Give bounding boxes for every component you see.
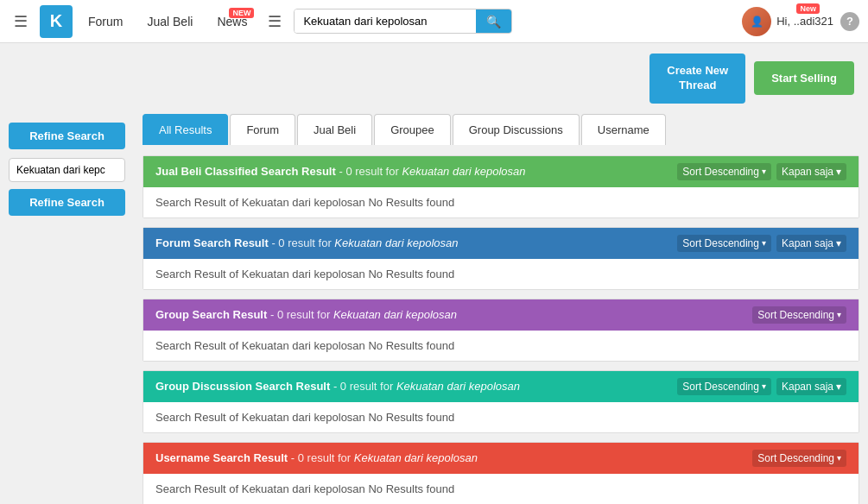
sort-dropdown-group-discussion[interactable]: Sort Descending ▾ (677, 378, 771, 395)
result-header-username: Username Search Result - 0 result for Ke… (143, 443, 858, 474)
result-query-forum: Kekuatan dari kepolosan (334, 236, 458, 249)
result-section-group: Group Search Result - 0 result for Kekua… (143, 299, 859, 362)
start-selling-button[interactable]: Start Selling (754, 61, 854, 95)
tab-groupee[interactable]: Groupee (374, 114, 451, 145)
result-header-right-username: Sort Descending ▾ (752, 450, 846, 467)
nav-forum[interactable]: Forum (79, 15, 131, 28)
result-header-forum: Forum Search Result - 0 result for Kekua… (143, 228, 858, 259)
news-badge: NEW (229, 8, 254, 18)
nav-jual-beli[interactable]: Jual Beli (138, 15, 201, 28)
kapan-dropdown-group-discussion[interactable]: Kapan saja ▾ (776, 378, 846, 395)
result-section-username: Username Search Result - 0 result for Ke… (143, 442, 859, 504)
menu-icon[interactable]: ☰ (263, 9, 287, 35)
search-bar: 🔍 (294, 9, 511, 34)
result-title-forum: Forum Search Result - 0 result for Kekua… (155, 236, 458, 249)
sort-dropdown-forum[interactable]: Sort Descending ▾ (677, 235, 771, 252)
sidebar: Refine Search Refine Search (0, 114, 134, 504)
refine-search-bottom-button[interactable]: Refine Search (9, 189, 125, 216)
hamburger-icon[interactable]: ☰ (9, 9, 33, 35)
result-query-username: Kekuatan dari kepolosan (354, 451, 478, 464)
result-title-text-username: Username Search Result (155, 451, 288, 464)
tab-jual-beli[interactable]: Jual Beli (297, 114, 372, 145)
result-header-right-group: Sort Descending ▾ (752, 306, 846, 324)
kapan-dropdown-forum[interactable]: Kapan saja ▾ (776, 235, 846, 252)
tabs: All Results Forum Jual Beli Groupee Grou… (143, 114, 859, 145)
result-count-jual-beli: - 0 result for (339, 165, 402, 178)
action-bar: Create NewThread Start Selling (0, 43, 868, 114)
user-greeting: Hi, ..adi321 (776, 15, 833, 28)
tab-all-results[interactable]: All Results (143, 114, 228, 145)
results-container: Jual Beli Classified Search Result - 0 r… (143, 155, 859, 504)
sort-dropdown-username[interactable]: Sort Descending ▾ (752, 450, 846, 467)
result-title-group-discussion: Group Discussion Search Result - 0 resul… (155, 380, 520, 393)
result-body-group-discussion: Search Result of Kekuatan dari kepolosan… (143, 402, 858, 432)
result-count-group-discussion: - 0 result for (333, 380, 396, 393)
result-count-group: - 0 result for (270, 308, 333, 321)
tab-group-discussions[interactable]: Group Discussions (453, 114, 580, 145)
result-query-group: Kekuatan dari kepolosan (333, 308, 457, 321)
nav-news[interactable]: NEW News (208, 15, 256, 28)
result-section-forum: Forum Search Result - 0 result for Kekua… (143, 227, 859, 290)
help-button[interactable]: ? (840, 12, 859, 31)
result-title-text-forum: Forum Search Result (155, 236, 269, 249)
kapan-dropdown-jual-beli[interactable]: Kapan saja ▾ (776, 163, 846, 180)
result-count-username: - 0 result for (291, 451, 354, 464)
content: All Results Forum Jual Beli Groupee Grou… (134, 114, 868, 504)
result-header-jual-beli: Jual Beli Classified Search Result - 0 r… (143, 156, 858, 187)
user-new-badge: New (796, 3, 820, 14)
result-body-username: Search Result of Kekuatan dari kepolosan… (143, 474, 858, 504)
result-section-group-discussion: Group Discussion Search Result - 0 resul… (143, 370, 859, 433)
result-body-group: Search Result of Kekuatan dari kepolosan… (143, 331, 858, 361)
result-query-jual-beli: Kekuatan dari kepolosan (402, 165, 525, 178)
sort-dropdown-jual-beli[interactable]: Sort Descending ▾ (677, 163, 771, 180)
tab-username[interactable]: Username (581, 114, 666, 145)
sidebar-search-input[interactable] (9, 158, 125, 182)
user-menu[interactable]: 👤 New Hi, ..adi321 (742, 7, 833, 36)
result-title-username: Username Search Result - 0 result for Ke… (155, 451, 478, 464)
navbar: ☰ K Forum Jual Beli NEW News ☰ 🔍 👤 New H… (0, 0, 868, 43)
result-body-jual-beli: Search Result of Kekuatan dari kepolosan… (143, 187, 858, 217)
main-layout: Refine Search Refine Search All Results … (0, 114, 868, 504)
sort-dropdown-group[interactable]: Sort Descending ▾ (752, 306, 846, 324)
result-title-text-group-discussion: Group Discussion Search Result (155, 380, 330, 393)
create-thread-button[interactable]: Create NewThread (649, 54, 745, 104)
logo[interactable]: K (40, 5, 73, 38)
result-header-right-jual-beli: Sort Descending ▾ Kapan saja ▾ (677, 163, 846, 180)
result-body-forum: Search Result of Kekuatan dari kepolosan… (143, 259, 858, 289)
result-header-right-forum: Sort Descending ▾ Kapan saja ▾ (677, 235, 846, 252)
result-title-jual-beli: Jual Beli Classified Search Result - 0 r… (155, 165, 526, 178)
result-section-jual-beli: Jual Beli Classified Search Result - 0 r… (143, 155, 859, 218)
search-button[interactable]: 🔍 (476, 9, 511, 33)
result-title-text-jual-beli: Jual Beli Classified Search Result (155, 165, 336, 178)
result-header-group-discussion: Group Discussion Search Result - 0 resul… (143, 371, 858, 402)
avatar: 👤 (742, 7, 771, 36)
logo-text: K (50, 11, 62, 31)
search-input[interactable] (295, 9, 475, 33)
result-query-group-discussion: Kekuatan dari kepolosan (396, 380, 520, 393)
result-count-forum: - 0 result for (271, 236, 334, 249)
result-title-group: Group Search Result - 0 result for Kekua… (155, 308, 457, 321)
result-header-right-group-discussion: Sort Descending ▾ Kapan saja ▾ (677, 378, 846, 395)
result-header-group: Group Search Result - 0 result for Kekua… (143, 299, 858, 331)
refine-search-top-button[interactable]: Refine Search (9, 123, 125, 149)
result-title-text-group: Group Search Result (155, 308, 267, 321)
tab-forum[interactable]: Forum (230, 114, 295, 145)
